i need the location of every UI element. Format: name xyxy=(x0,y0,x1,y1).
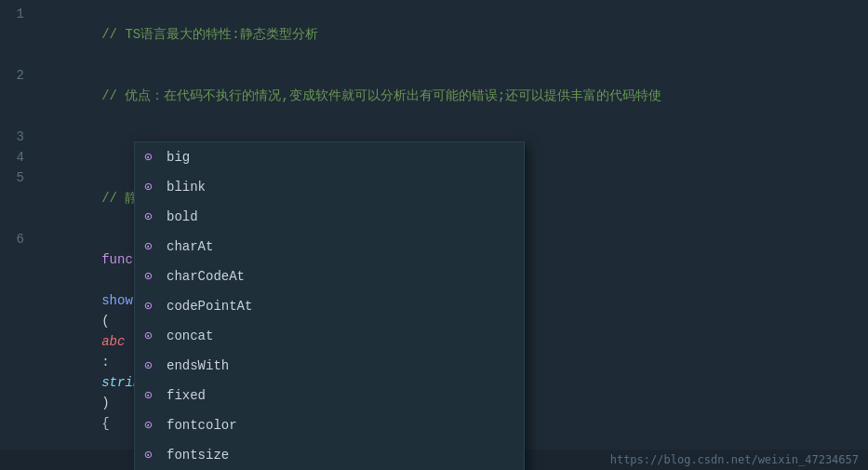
autocomplete-label-blink: blink xyxy=(167,175,206,199)
param-colon: : xyxy=(101,355,109,369)
method-icon-fixed: ⊙ xyxy=(144,383,159,408)
method-icon-bold: ⊙ xyxy=(144,205,159,229)
line-number-5: 5 xyxy=(0,168,39,188)
line-number-2: 2 xyxy=(0,65,39,86)
autocomplete-item-concat[interactable]: ⊙ concat xyxy=(135,321,524,351)
method-icon-charAt: ⊙ xyxy=(144,235,159,259)
line-content-1: // TS语言最大的特性:静态类型分析 xyxy=(39,4,868,65)
autocomplete-label-concat: concat xyxy=(167,324,213,348)
autocomplete-label-big: big xyxy=(167,145,190,169)
method-icon-codePointAt: ⊙ xyxy=(144,294,159,318)
autocomplete-item-big[interactable]: ⊙ big xyxy=(135,142,524,172)
autocomplete-label-fixed: fixed xyxy=(167,383,206,408)
method-icon-fontsize: ⊙ xyxy=(144,443,159,467)
autocomplete-item-fixed[interactable]: ⊙ fixed xyxy=(135,381,524,410)
autocomplete-item-charCodeAt[interactable]: ⊙ charCodeAt xyxy=(135,262,524,291)
method-icon-endsWith: ⊙ xyxy=(144,354,159,378)
autocomplete-item-fontcolor[interactable]: ⊙ fontcolor xyxy=(135,410,524,440)
method-icon-charCodeAt: ⊙ xyxy=(144,264,159,289)
comment-2: // 优点：在代码不执行的情况,变成软件就可以分析出有可能的错误;还可以提供丰富… xyxy=(101,88,661,103)
autocomplete-item-codePointAt[interactable]: ⊙ codePointAt xyxy=(135,291,524,321)
autocomplete-label-codePointAt: codePointAt xyxy=(167,294,252,318)
autocomplete-item-bold[interactable]: ⊙ bold xyxy=(135,202,524,232)
autocomplete-item-charAt[interactable]: ⊙ charAt xyxy=(135,232,524,262)
param-name: abc xyxy=(101,334,125,349)
status-url: https://blog.csdn.net/weixin_47234657 xyxy=(610,453,859,466)
autocomplete-label-endsWith: endsWith xyxy=(167,354,229,378)
comment-1: // TS语言最大的特性:静态类型分析 xyxy=(101,27,317,42)
line-number-4: 4 xyxy=(0,147,39,168)
method-icon-fontcolor: ⊙ xyxy=(144,413,159,437)
autocomplete-label-fontcolor: fontcolor xyxy=(167,413,237,437)
line-2: 2 // 优点：在代码不执行的情况,变成软件就可以分析出有可能的错误;还可以提供… xyxy=(0,65,868,127)
autocomplete-item-blink[interactable]: ⊙ blink xyxy=(135,172,524,202)
line-number-3: 3 xyxy=(0,127,39,147)
line-content-2: // 优点：在代码不执行的情况,变成软件就可以分析出有可能的错误;还可以提供丰富… xyxy=(39,65,868,127)
method-icon-big: ⊙ xyxy=(144,145,159,169)
autocomplete-label-fontsize: fontsize xyxy=(167,443,229,467)
code-editor: 1 // TS语言最大的特性:静态类型分析 2 // 优点：在代码不执行的情况,… xyxy=(0,0,868,470)
autocomplete-item-fontsize[interactable]: ⊙ fontsize xyxy=(135,440,524,470)
autocomplete-label-charAt: charAt xyxy=(167,235,213,259)
line-number-1: 1 xyxy=(0,4,39,24)
method-icon-blink: ⊙ xyxy=(144,175,159,199)
line-number-6: 6 xyxy=(0,229,39,249)
method-icon-concat: ⊙ xyxy=(144,324,159,348)
autocomplete-label-bold: bold xyxy=(167,205,198,229)
autocomplete-dropdown[interactable]: ⊙ big ⊙ blink ⊙ bold ⊙ charAt ⊙ charCode… xyxy=(134,141,525,470)
open-brace: { xyxy=(101,416,109,431)
function-name: show xyxy=(101,293,133,308)
line-1: 1 // TS语言最大的特性:静态类型分析 xyxy=(0,4,868,65)
autocomplete-label-charCodeAt: charCodeAt xyxy=(167,264,245,289)
autocomplete-item-endsWith[interactable]: ⊙ endsWith xyxy=(135,351,524,381)
